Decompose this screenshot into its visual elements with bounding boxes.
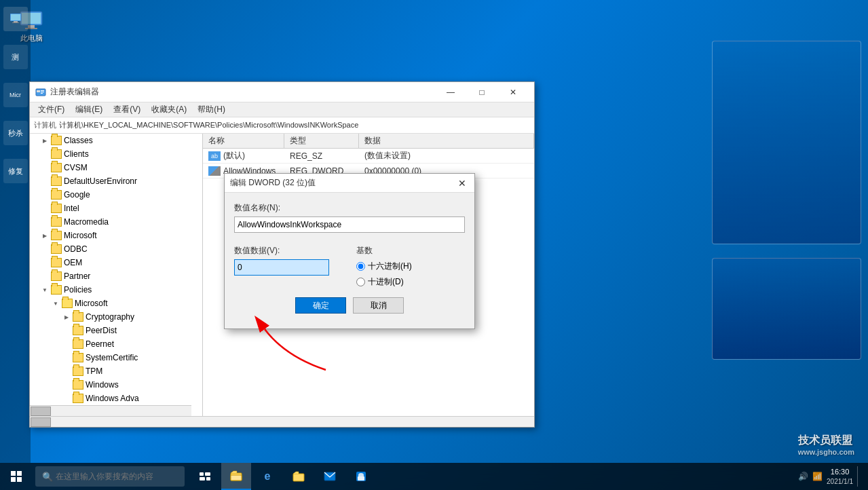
folder-icon-windowsadv: [73, 394, 83, 403]
window-hscrollbar[interactable]: [30, 416, 534, 427]
folder-icon-odbc: [51, 244, 62, 254]
address-path-text: 计算机\HKEY_LOCAL_MACHINE\SOFTWARE\Policies…: [59, 120, 358, 130]
tree-item-cryptography[interactable]: Cryptography: [30, 310, 202, 324]
tree-item-cvsm[interactable]: CVSM: [30, 161, 202, 174]
search-icon: 🔍: [42, 472, 53, 482]
tree-item-microsoft[interactable]: Microsoft: [30, 229, 202, 242]
folder-icon-windows: [73, 380, 83, 390]
tree-label-policies-microsoft: Microsoft: [75, 299, 108, 308]
radio-dec[interactable]: 十进制(D): [356, 276, 465, 288]
folder-icon-clients: [51, 149, 62, 159]
radio-hex-input[interactable]: [356, 262, 365, 271]
deco-right-panel: [712, 41, 861, 244]
radio-dec-input[interactable]: [356, 278, 365, 286]
tree-arrow-cryptography: [62, 313, 71, 321]
value-header: 名称 类型 数据: [203, 134, 534, 149]
tree-item-systemcert[interactable]: SystemCertific: [30, 351, 202, 364]
menu-file[interactable]: 文件(F): [33, 102, 70, 117]
col-data: 数据: [359, 134, 534, 149]
tree-item-windowsadv[interactable]: Windows Adva: [30, 392, 202, 405]
dialog-name-input[interactable]: [234, 216, 465, 233]
watermark: 技术员联盟 www.jsgho.com: [798, 434, 854, 456]
tree-item-odbc[interactable]: ODBC: [30, 242, 202, 256]
tree-item-tpm[interactable]: TPM: [30, 364, 202, 378]
tree-item-google[interactable]: Google: [30, 188, 202, 202]
tree-item-defaultuser[interactable]: DefaultUserEnvironr: [30, 174, 202, 188]
tree-hscrollbar-thumb[interactable]: [31, 407, 51, 416]
tree-label-google: Google: [64, 190, 90, 200]
tree-label-peerdist: PeerDist: [86, 326, 117, 335]
tree-item-classes[interactable]: Classes: [30, 134, 202, 147]
side-item-4[interactable]: 秒杀: [3, 121, 28, 145]
taskbar-search-input[interactable]: [56, 472, 178, 481]
menu-view[interactable]: 查看(V): [108, 102, 146, 117]
dialog-data-input[interactable]: [234, 259, 329, 276]
close-button[interactable]: ✕: [497, 82, 529, 102]
radio-hex-label: 十六进制(H): [368, 261, 412, 272]
tree-arrow-policies-microsoft: [52, 299, 60, 307]
tree-item-intel[interactable]: Intel: [30, 202, 202, 215]
tree-item-macromedia[interactable]: Macromedia: [30, 215, 202, 229]
svg-rect-23: [231, 475, 242, 480]
tree-label-cvsm: CVSM: [64, 163, 88, 172]
tree-hscrollbar[interactable]: [30, 405, 191, 416]
radio-group-base: 十六进制(H) 十进制(D): [356, 261, 465, 288]
tree-item-oem[interactable]: OEM: [30, 256, 202, 269]
task-view-button[interactable]: [190, 463, 220, 490]
value-row-default[interactable]: ab (默认) REG_SZ (数值未设置): [203, 149, 534, 164]
tree-item-windows[interactable]: Windows: [30, 378, 202, 392]
dialog-cancel-button[interactable]: 取消: [353, 297, 404, 314]
dword-dialog: 编辑 DWORD (32 位)值 ✕ 数值名称(N): 数值数据(V): 基数: [224, 173, 475, 329]
mail-button[interactable]: [315, 463, 345, 490]
tree-item-policies-microsoft[interactable]: Microsoft: [30, 297, 202, 310]
tree-label-intel: Intel: [64, 204, 79, 213]
side-item-5[interactable]: 修复: [3, 159, 28, 183]
side-item-2[interactable]: 测: [3, 45, 28, 69]
folder-icon-cryptography: [73, 312, 83, 322]
radio-hex[interactable]: 十六进制(H): [356, 261, 465, 272]
col-name: 名称: [203, 134, 284, 149]
dialog-body: 数值名称(N): 数值数据(V): 基数 十六进制(H): [225, 193, 474, 328]
menu-help[interactable]: 帮助(H): [192, 102, 231, 117]
folder-icon-peerdist: [73, 326, 83, 335]
tree-label-partner: Partner: [64, 271, 90, 281]
svg-rect-7: [12, 22, 19, 23]
dialog-close-button[interactable]: ✕: [455, 176, 469, 190]
tree-item-policies[interactable]: Policies: [30, 283, 202, 297]
folder-icon-google: [51, 190, 62, 200]
dialog-data-col: 数值数据(V):: [234, 245, 347, 288]
tree-item-peerdist[interactable]: PeerDist: [30, 324, 202, 337]
window-hscrollbar-thumb[interactable]: [31, 417, 51, 427]
explorer-button[interactable]: [221, 463, 251, 490]
maximize-button[interactable]: □: [466, 82, 497, 102]
menu-edit[interactable]: 编辑(E): [70, 102, 108, 117]
tree-label-policies: Policies: [64, 285, 92, 295]
tree-label-cryptography: Cryptography: [86, 312, 134, 322]
side-item-3[interactable]: Micr: [3, 83, 28, 107]
folder-icon-policies: [51, 285, 62, 295]
svg-rect-17: [17, 477, 22, 482]
side-item-1[interactable]: [3, 7, 28, 31]
folder-button[interactable]: [284, 463, 314, 490]
regedit-icon: [35, 87, 46, 98]
minimize-button[interactable]: —: [435, 82, 466, 102]
tree-item-clients[interactable]: Clients: [30, 147, 202, 161]
tree-arrow-policies: [41, 286, 49, 294]
show-desktop-button[interactable]: [857, 466, 861, 487]
tree-item-partner[interactable]: Partner: [30, 269, 202, 283]
taskbar-search-bar[interactable]: 🔍: [35, 466, 185, 487]
folder-icon-defaultuser: [51, 176, 62, 186]
taskbar-time[interactable]: 16:30 2021/1/1: [827, 467, 853, 485]
svg-rect-15: [17, 471, 22, 476]
tree-label-microsoft: Microsoft: [64, 231, 97, 240]
address-label: 计算机: [34, 120, 56, 130]
store-button[interactable]: [346, 463, 376, 490]
base-label: 基数: [356, 245, 465, 257]
dialog-ok-button[interactable]: 确定: [295, 297, 346, 314]
start-button[interactable]: [0, 463, 33, 490]
svg-rect-27: [358, 476, 364, 480]
menu-favorites[interactable]: 收藏夹(A): [146, 102, 192, 117]
cell-type-default: REG_SZ: [284, 149, 359, 164]
tree-item-peernet[interactable]: Peernet: [30, 337, 202, 351]
edge-button[interactable]: e: [252, 463, 282, 490]
